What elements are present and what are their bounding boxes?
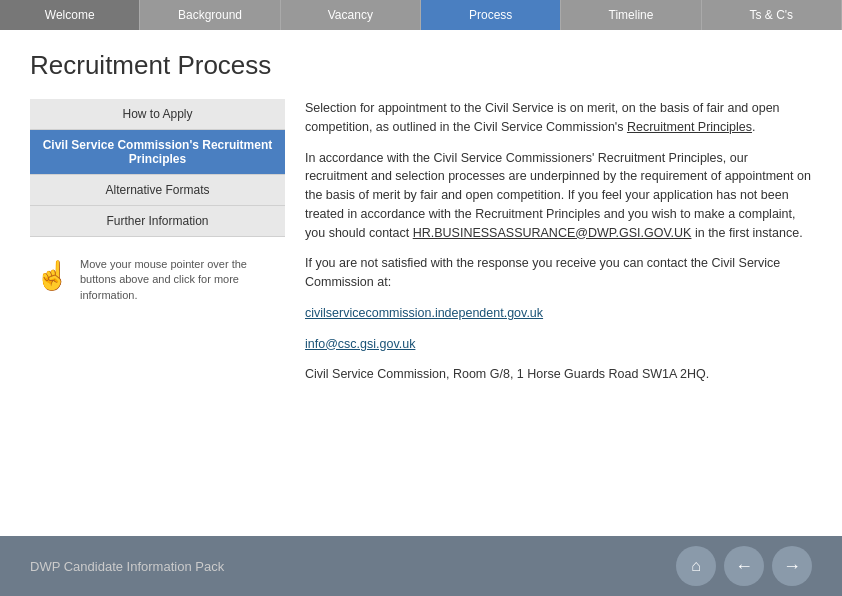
navigation-bar: WelcomeBackgroundVacancyProcessTimelineT… — [0, 0, 842, 30]
nav-item-welcome[interactable]: Welcome — [0, 0, 140, 30]
forward-button[interactable]: → — [772, 546, 812, 586]
sidebar-hint: ☝Move your mouse pointer over the button… — [30, 252, 285, 308]
right-content: Selection for appointment to the Civil S… — [305, 99, 812, 526]
sidebar-hint-text: Move your mouse pointer over the buttons… — [80, 257, 280, 303]
paragraph-1: Selection for appointment to the Civil S… — [305, 99, 812, 137]
nav-item-timeline[interactable]: Timeline — [561, 0, 701, 30]
sidebar: How to ApplyCivil Service Commission's R… — [30, 99, 285, 526]
back-button[interactable]: ← — [724, 546, 764, 586]
nav-item-background[interactable]: Background — [140, 0, 280, 30]
recruitment-principles-link-1[interactable]: Recruitment Principles — [627, 120, 752, 134]
paragraph-3: If you are not satisfied with the respon… — [305, 254, 812, 292]
sidebar-item-0[interactable]: How to Apply — [30, 99, 285, 130]
footer-navigation: ⌂ ← → — [676, 546, 812, 586]
sidebar-item-2[interactable]: Alternative Formats — [30, 175, 285, 206]
sidebar-item-1[interactable]: Civil Service Commission's Recruitment P… — [30, 130, 285, 175]
sidebar-item-3[interactable]: Further Information — [30, 206, 285, 237]
page-title: Recruitment Process — [30, 50, 812, 81]
nav-item-ts---c-s[interactable]: Ts & C's — [702, 0, 842, 30]
csc-email-link[interactable]: info@csc.gsi.gov.uk — [305, 337, 415, 351]
nav-item-vacancy[interactable]: Vacancy — [281, 0, 421, 30]
email-link-1[interactable]: HR.BUSINESSASSURANCE@DWP.GSI.GOV.UK — [413, 226, 692, 240]
home-button[interactable]: ⌂ — [676, 546, 716, 586]
content-area: How to ApplyCivil Service Commission's R… — [30, 99, 812, 526]
csc-website-link[interactable]: civilservicecommission.independent.gov.u… — [305, 306, 543, 320]
footer-title: DWP Candidate Information Pack — [30, 559, 224, 574]
nav-item-process[interactable]: Process — [421, 0, 561, 30]
footer: DWP Candidate Information Pack ⌂ ← → — [0, 536, 842, 596]
mouse-icon: ☝ — [35, 259, 70, 292]
paragraph-2: In accordance with the Civil Service Com… — [305, 149, 812, 243]
csc-address: Civil Service Commission, Room G/8, 1 Ho… — [305, 365, 812, 384]
main-content: Recruitment Process How to ApplyCivil Se… — [0, 30, 842, 536]
